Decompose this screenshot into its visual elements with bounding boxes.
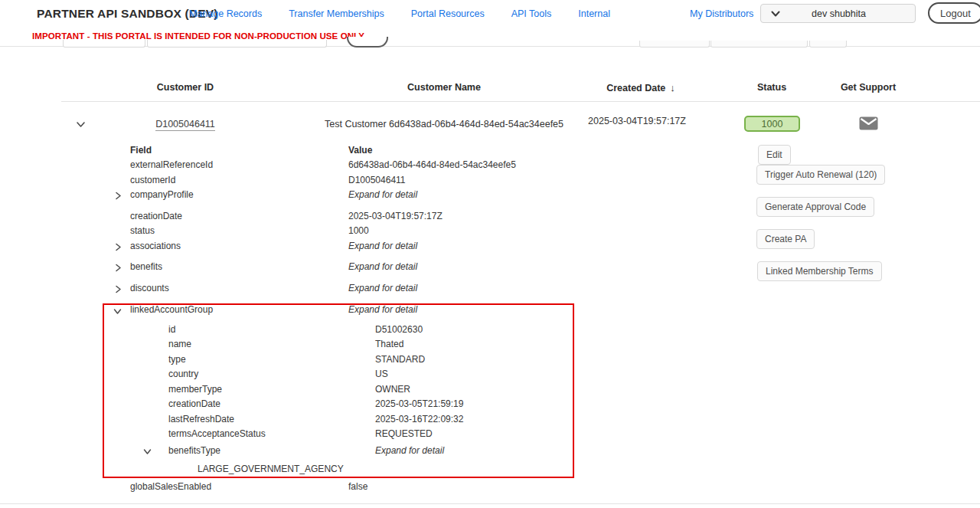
field-value-expand[interactable]: Expand for detail [348,241,417,251]
field-value: false [348,481,368,492]
nav-portal-resources[interactable]: Portal Resources [411,8,485,19]
edit-button[interactable]: Edit [758,145,791,165]
created-date-cell: 2025-03-04T19:57:17Z [583,116,691,126]
field-label: companyProfile [130,189,194,200]
field-value: D51002630 [375,324,423,335]
expand-chevron-right-icon[interactable] [113,284,123,294]
nav-manage-records[interactable]: Manage Records [189,8,262,19]
field-label: externalReferenceId [130,159,213,170]
column-header-get-support: Get Support [822,82,914,93]
column-header-customer-name: Customer Name [368,82,521,93]
row-collapse-chevron-icon[interactable] [75,119,87,130]
cutoff-control-fragment[interactable] [639,41,710,48]
field-value: OWNER [375,384,410,395]
field-value-expand[interactable]: Expand for detail [375,445,444,456]
field-value: 6d6438ad-06b4-464d-84ed-54ac34eefe5 [348,159,516,170]
field-value: 2025-03-16T22:09:32 [375,414,463,424]
field-label: benefits [130,261,162,272]
field-value: 1000 [348,225,369,236]
trigger-auto-renewal-button[interactable]: Trigger Auto Renewal (120) [756,165,885,185]
field-label: name [168,339,191,349]
detail-field-header: Field [130,145,152,156]
field-label: lastRefreshDate [168,414,234,424]
expand-chevron-right-icon[interactable] [113,263,123,273]
nav-api-tools[interactable]: API Tools [511,8,552,19]
user-dropdown-value: dev shubhita [781,8,897,19]
field-value: 2025-03-05T21:59:19 [375,398,463,409]
field-label: globalSalesEnabled [130,481,211,492]
customer-id-link[interactable]: D1005046411 [124,119,247,129]
cutoff-input-fragment[interactable] [63,40,145,48]
field-value: REQUESTED [375,428,433,439]
field-label: customerId [130,175,175,185]
chevron-down-icon [770,8,781,19]
generate-approval-code-button[interactable]: Generate Approval Code [756,197,874,217]
field-value-expand[interactable]: Expand for detail [348,189,417,200]
expand-chevron-right-icon[interactable] [113,242,123,252]
sort-descending-icon: ↓ [670,82,675,93]
field-value-expand[interactable]: Expand for detail [348,283,417,293]
field-label: LARGE_GOVERNMENT_AGENCY [198,464,344,474]
column-header-created-date[interactable]: Created Date↓ [583,82,698,93]
page: PARTNER API SANDBOX (DEV) Manage Records… [0,0,980,508]
field-label: id [168,324,175,335]
field-label: memberType [168,384,222,395]
header-divider [61,101,980,102]
field-label: type [168,354,186,365]
nav-transfer-memberships[interactable]: Transfer Memberships [289,8,384,19]
detail-value-header: Value [348,145,372,156]
email-support-icon[interactable] [859,116,878,133]
cutoff-button-fragment[interactable] [347,37,388,48]
collapse-chevron-down-icon[interactable] [113,306,122,316]
create-pa-button[interactable]: Create PA [756,229,815,249]
expand-chevron-right-icon[interactable] [113,191,123,201]
logout-button[interactable]: Logout [928,2,980,24]
field-label: creationDate [130,211,182,221]
field-value: 2025-03-04T19:57:17Z [348,211,443,221]
field-value: D1005046411 [348,175,406,185]
field-label: termsAcceptanceStatus [168,428,266,439]
field-label: creationDate [168,398,220,409]
field-label: linkedAccountGroup [130,304,213,315]
field-label: associations [130,241,181,251]
cutoff-control-fragment[interactable] [710,41,808,48]
field-label: status [130,225,155,236]
field-value-expand[interactable]: Expand for detail [348,304,417,315]
column-header-status: Status [733,82,810,93]
collapse-chevron-down-icon[interactable] [142,447,152,457]
user-select-dropdown[interactable]: dev shubhita [760,4,916,23]
linked-membership-terms-button[interactable]: Linked Membership Terms [757,261,882,281]
field-label: benefitsType [168,445,220,456]
bottom-divider [0,503,980,504]
cutoff-control-fragment[interactable] [809,41,847,48]
cutoff-input-fragment[interactable] [147,40,327,48]
customer-name-cell: Test Customer 6d6438ad-06b4-464d-84ed-54… [306,119,582,129]
main-nav: Manage Records Transfer Memberships Port… [189,8,610,19]
my-distributors-link[interactable]: My Distributors [690,8,753,19]
field-value: US [375,369,388,379]
status-badge: 1000 [744,116,800,132]
field-value: STANDARD [375,354,425,365]
field-value-expand[interactable]: Expand for detail [348,261,417,272]
column-header-customer-id: Customer ID [124,82,247,93]
field-label: country [168,369,198,379]
field-label: discounts [130,283,169,293]
nav-internal[interactable]: Internal [578,8,610,19]
field-value: Thated [375,339,403,349]
